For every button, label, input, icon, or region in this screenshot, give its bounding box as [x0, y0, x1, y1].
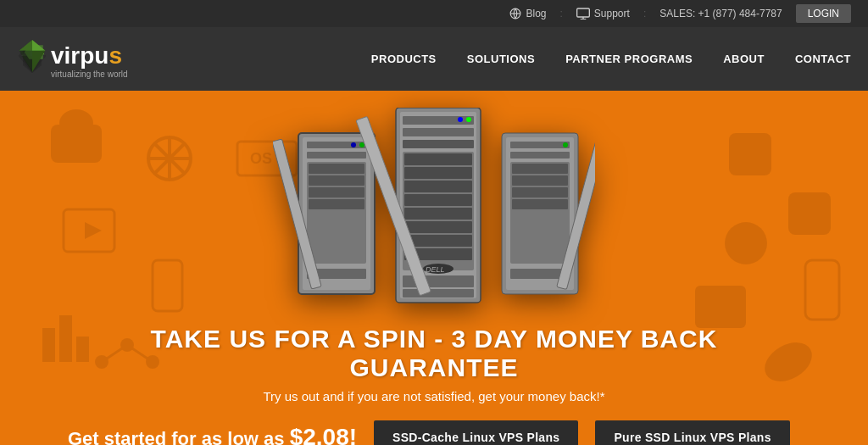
hero-price-amount: $2.08! — [290, 424, 357, 445]
servers-svg: DELL — [273, 108, 595, 311]
logo-tagline: virtualizing the world — [51, 70, 128, 79]
hero-headline: TAKE US FOR A SPIN - 3 DAY MONEY BACK GU… — [53, 325, 815, 382]
logo[interactable]: virpus — [17, 39, 122, 73]
nav-links: PRODUCTS SOLUTIONS PARTNER PROGRAMS ABOU… — [371, 53, 851, 65]
logo-area: virpus virtualizing the world — [17, 39, 128, 79]
top-bar: Blog : Support : SALES: +1 (877) 484-778… — [0, 0, 868, 27]
svg-point-76 — [458, 117, 463, 122]
hero-section: OS — [0, 91, 868, 445]
server-image: DELL — [273, 108, 595, 311]
svg-line-23 — [154, 143, 185, 174]
svg-rect-85 — [512, 187, 568, 197]
nav-solutions[interactable]: SOLUTIONS — [467, 53, 535, 65]
svg-rect-83 — [512, 164, 568, 174]
svg-rect-32 — [695, 286, 746, 328]
login-button[interactable]: LOGIN — [796, 4, 851, 23]
svg-rect-33 — [805, 260, 839, 320]
svg-marker-13 — [32, 40, 45, 51]
svg-rect-51 — [309, 199, 364, 209]
svg-point-54 — [351, 142, 356, 147]
pure-ssd-vps-button[interactable]: Pure SSD Linux VPS Plans — [595, 420, 789, 445]
logo-s: s — [108, 42, 122, 70]
hero-cta-row: Get started for as low as $2.08! SSD-Cac… — [0, 420, 868, 445]
blog-link[interactable]: Blog — [509, 8, 546, 19]
nav-about[interactable]: ABOUT — [723, 53, 765, 65]
svg-rect-66 — [404, 194, 472, 206]
svg-rect-49 — [309, 175, 364, 186]
svg-line-22 — [154, 143, 185, 174]
svg-rect-17 — [51, 125, 102, 163]
svg-rect-80 — [510, 142, 570, 148]
svg-rect-48 — [309, 164, 364, 174]
sales-number: SALES: +1 (877) 484-7787 — [659, 8, 782, 19]
separator-1: : — [560, 8, 563, 19]
svg-rect-60 — [403, 128, 474, 136]
svg-rect-24 — [64, 209, 114, 252]
svg-point-31 — [725, 222, 767, 264]
support-label: Support — [594, 8, 630, 19]
svg-marker-25 — [85, 222, 102, 239]
svg-rect-59 — [403, 116, 474, 125]
nav-partner-programs[interactable]: PARTNER PROGRAMS — [565, 53, 693, 65]
main-nav: virpus virtualizing the world PRODUCTS S… — [0, 27, 868, 91]
logo-irpu: irpu — [64, 42, 109, 70]
svg-rect-2 — [577, 8, 590, 17]
svg-rect-72 — [403, 289, 474, 298]
nav-contact[interactable]: CONTACT — [795, 53, 851, 65]
logo-v: v — [51, 42, 64, 70]
svg-rect-64 — [404, 167, 472, 179]
svg-point-53 — [359, 142, 364, 147]
svg-rect-61 — [403, 140, 474, 148]
ssd-cache-vps-button[interactable]: SSD-Cache Linux VPS Plans — [374, 420, 578, 445]
separator-2: : — [643, 8, 646, 19]
svg-text:OS: OS — [250, 150, 272, 167]
svg-rect-68 — [404, 221, 472, 233]
svg-rect-81 — [510, 152, 570, 159]
svg-rect-65 — [404, 181, 472, 192]
nav-products[interactable]: PRODUCTS — [371, 53, 437, 65]
blog-label: Blog — [526, 8, 546, 19]
svg-rect-86 — [512, 199, 568, 209]
svg-marker-15 — [19, 40, 32, 51]
svg-rect-63 — [404, 153, 472, 165]
svg-rect-69 — [404, 235, 472, 247]
svg-rect-26 — [153, 260, 182, 311]
logo-icon — [17, 39, 47, 73]
support-link[interactable]: Support — [576, 8, 630, 19]
svg-rect-46 — [307, 152, 366, 159]
svg-rect-67 — [404, 208, 472, 220]
svg-point-19 — [148, 137, 191, 180]
price-prefix-text: Get started for as low as — [68, 428, 290, 445]
svg-text:DELL: DELL — [426, 265, 445, 274]
svg-point-18 — [59, 109, 93, 136]
svg-rect-45 — [307, 142, 366, 148]
svg-rect-29 — [729, 133, 771, 175]
svg-point-88 — [563, 142, 568, 147]
hero-price-prefix: Get started for as low as $2.08! — [68, 424, 357, 445]
svg-rect-50 — [309, 187, 364, 197]
hero-subtext: Try us out and if you are not satisfied,… — [264, 389, 605, 403]
svg-rect-84 — [512, 175, 568, 186]
svg-rect-30 — [788, 192, 831, 235]
logo-text: virpus — [51, 42, 122, 70]
svg-point-75 — [466, 117, 471, 122]
